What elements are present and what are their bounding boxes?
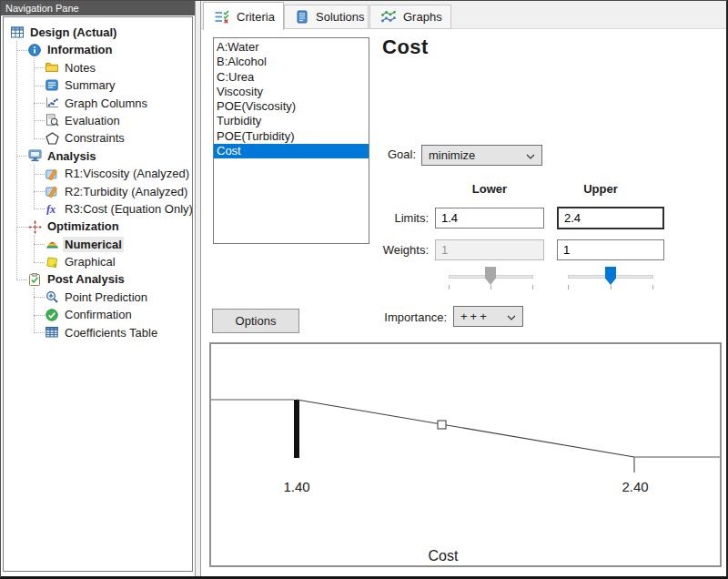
goal-dropdown[interactable]: minimize (421, 145, 542, 166)
slider-tick (449, 285, 450, 290)
nav-item-r1-viscosity-analyzed[interactable]: R1:Viscosity (Analyzed) (4, 165, 192, 182)
nav-item-label: Information (46, 42, 115, 57)
tab-label: Criteria (237, 10, 275, 24)
nav-item-confirmation[interactable]: Confirmation (4, 306, 192, 323)
nav-item-graphical[interactable]: Graphical (4, 253, 192, 270)
computer-icon (28, 149, 42, 163)
importance-dropdown[interactable]: +++ (453, 306, 523, 327)
options-button[interactable]: Options (212, 309, 299, 333)
nav-item-label: Numerical (63, 237, 124, 252)
pane-splitter[interactable] (195, 1, 201, 576)
criteria-list-item-b-alcohol[interactable]: B:Alcohol (214, 55, 369, 69)
nav-item-label: Analysis (46, 148, 97, 164)
limits-upper-input[interactable] (557, 207, 664, 229)
criteria-list-item-turbidity[interactable]: Turbidity (214, 114, 369, 128)
goal-value: minimize (429, 148, 475, 162)
solutions-icon (296, 10, 308, 24)
nav-item-label: Coefficients Table (63, 325, 159, 340)
criteria-list-item-viscosity[interactable]: Viscosity (214, 85, 369, 99)
chevron-down-icon (507, 310, 516, 323)
nav-item-numerical[interactable]: Numerical (4, 236, 192, 253)
chevron-down-icon (526, 148, 535, 162)
nav-item-coefficients-table[interactable]: Coefficients Table (4, 324, 192, 341)
tree-connector-stub (34, 244, 45, 245)
nav-item-label: Design (Actual) (28, 25, 118, 40)
grid-table-icon (46, 326, 59, 340)
ramp-diagonal-line (297, 400, 634, 457)
tree-connector-stub (16, 279, 27, 280)
folder-icon (46, 61, 59, 75)
nav-item-notes[interactable]: Notes (4, 59, 192, 76)
weights-label: Weights: (338, 243, 429, 257)
page-title: Cost (382, 36, 429, 59)
navigation-pane-header: Navigation Pane (1, 1, 195, 15)
importance-label: Importance: (356, 310, 447, 324)
nav-item-r3-cost-equation-only[interactable]: fxR3:Cost (Equation Only) (4, 200, 192, 218)
nav-item-label: Point Prediction (63, 290, 149, 305)
criteria-list-item-poe-viscosity[interactable]: POE(Viscosity) (214, 99, 369, 114)
nav-item-label: Post Analysis (46, 271, 126, 287)
lower-column-header: Lower (435, 182, 544, 196)
tab-graphs[interactable]: Graphs (369, 5, 451, 29)
response-chart-icon (46, 185, 59, 198)
crosshair-icon (28, 220, 42, 234)
pentagon-icon (46, 132, 59, 146)
nav-item-label: R3:Cost (Equation Only) (63, 201, 193, 217)
nav-item-label: Graphical (63, 254, 117, 269)
evaluation-icon (46, 114, 59, 127)
tab-criteria[interactable]: Criteria (203, 2, 284, 30)
nav-item-post-analysis[interactable]: Post Analysis (4, 270, 192, 288)
nav-item-label: R1:Viscosity (Analyzed) (63, 166, 191, 181)
slider-tick (568, 285, 569, 290)
upper-weight-slider-thumb[interactable] (605, 267, 616, 285)
svg-text:fx: fx (46, 203, 56, 216)
criteria-list-item-c-urea[interactable]: C:Urea (214, 70, 369, 85)
nav-item-label: Graph Columns (63, 96, 149, 111)
ramp-lower-limit-bar[interactable] (294, 400, 299, 458)
nav-item-design-actual[interactable]: Design (Actual) (4, 24, 192, 41)
ramp-lower-tick-label: 1.40 (269, 479, 324, 494)
response-chart-icon (46, 168, 59, 181)
tree-connector-stub (34, 67, 45, 68)
nav-item-evaluation[interactable]: Evaluation (4, 112, 192, 129)
tab-solutions[interactable]: Solutions (284, 5, 369, 29)
tree-connector-stub (16, 156, 27, 157)
nav-item-optimization[interactable]: Optimization (4, 218, 192, 235)
lower-weight-slider-thumb[interactable] (485, 267, 496, 285)
criteria-list-item-a-water[interactable]: A:Water (214, 40, 369, 55)
nav-item-label: Optimization (46, 218, 121, 234)
nav-item-label: Summary (63, 77, 117, 93)
fx-icon: fx (46, 202, 59, 216)
ramp-plot-canvas (211, 344, 720, 565)
info-icon (28, 44, 42, 57)
nav-item-information[interactable]: Information (4, 41, 192, 58)
ramp-drag-handle[interactable] (438, 421, 446, 429)
nav-item-label: Constraints (63, 130, 126, 146)
note-icon (46, 256, 59, 269)
nav-item-summary[interactable]: Summary (4, 76, 192, 94)
nav-tree: Design (Actual)InformationNotesSummaryGr… (4, 17, 192, 341)
criteria-icon (215, 10, 229, 24)
tree-connector-stub (34, 138, 45, 139)
limits-lower-input[interactable] (435, 208, 544, 229)
nav-item-label: R2:Turbidity (Analyzed) (63, 184, 189, 199)
weights-upper-input[interactable] (557, 239, 664, 260)
tree-connector-stub (16, 227, 27, 228)
dome-icon (46, 238, 59, 251)
criteria-list-item-poe-turbidity[interactable]: POE(Turbidity) (214, 129, 369, 144)
slider-tick (532, 285, 533, 290)
nav-item-constraints[interactable]: Constraints (4, 129, 192, 147)
nav-item-analysis[interactable]: Analysis (4, 147, 192, 165)
tree-connector-stub (34, 191, 45, 192)
chart-x-axis-label: Cost (389, 548, 498, 564)
tree-connector-stub (34, 297, 45, 298)
nav-item-r2-turbidity-analyzed[interactable]: R2:Turbidity (Analyzed) (4, 183, 192, 200)
tree-connector-stub (34, 315, 45, 316)
nav-item-graph-columns[interactable]: Graph Columns (4, 95, 192, 112)
magnifier-plus-icon (46, 290, 59, 304)
nav-item-label: Confirmation (63, 307, 134, 322)
slider-tick (652, 285, 653, 290)
nav-item-label: Evaluation (63, 113, 122, 128)
nav-item-point-prediction[interactable]: Point Prediction (4, 289, 192, 306)
navigation-pane: Design (Actual)InformationNotesSummaryGr… (3, 16, 193, 572)
